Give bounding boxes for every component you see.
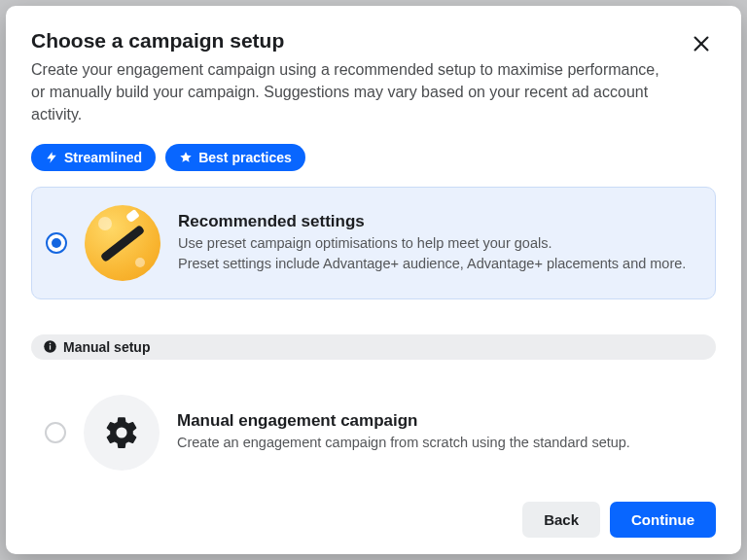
back-button[interactable]: Back bbox=[522, 502, 600, 538]
manual-radio[interactable] bbox=[45, 422, 66, 443]
magic-wand-icon bbox=[85, 205, 160, 281]
manual-campaign-option[interactable]: Manual engagement campaign Create an eng… bbox=[31, 377, 716, 488]
manual-title: Manual engagement campaign bbox=[177, 411, 698, 431]
modal-footer: Back Continue bbox=[31, 488, 716, 538]
manual-desc: Create an engagement campaign from scrat… bbox=[177, 433, 698, 452]
manual-setup-badge: Manual setup bbox=[31, 334, 716, 360]
close-icon bbox=[691, 33, 712, 54]
recommended-radio[interactable] bbox=[46, 232, 67, 254]
streamlined-badge-label: Streamlined bbox=[64, 150, 142, 165]
best-practices-badge-label: Best practices bbox=[198, 150, 292, 165]
recommended-settings-option[interactable]: Recommended settings Use preset campaign… bbox=[31, 187, 716, 299]
svg-rect-3 bbox=[50, 345, 51, 349]
best-practices-badge: Best practices bbox=[165, 144, 305, 171]
streamlined-badge: Streamlined bbox=[31, 144, 156, 171]
recommended-desc-line2: Preset settings include Advantage+ audie… bbox=[178, 254, 697, 273]
continue-button[interactable]: Continue bbox=[610, 502, 716, 538]
info-icon bbox=[43, 339, 57, 354]
modal-header: Choose a campaign setup Create your enga… bbox=[31, 29, 716, 144]
gear-icon bbox=[84, 395, 160, 471]
close-button[interactable] bbox=[687, 29, 716, 58]
recommended-title: Recommended settings bbox=[178, 212, 697, 231]
modal-subtitle: Create your engagement campaign using a … bbox=[31, 58, 673, 126]
badge-row: Streamlined Best practices bbox=[31, 144, 716, 171]
svg-point-4 bbox=[50, 343, 52, 345]
recommended-desc-line1: Use preset campaign optimisations to hel… bbox=[178, 233, 697, 253]
star-icon bbox=[179, 151, 193, 164]
campaign-setup-modal: Choose a campaign setup Create your enga… bbox=[6, 6, 741, 554]
modal-title: Choose a campaign setup bbox=[31, 29, 673, 52]
recommended-text: Recommended settings Use preset campaign… bbox=[178, 212, 697, 273]
header-text: Choose a campaign setup Create your enga… bbox=[31, 29, 673, 144]
manual-setup-label: Manual setup bbox=[63, 339, 150, 355]
lightning-icon bbox=[45, 151, 58, 164]
manual-text: Manual engagement campaign Create an eng… bbox=[177, 411, 698, 452]
